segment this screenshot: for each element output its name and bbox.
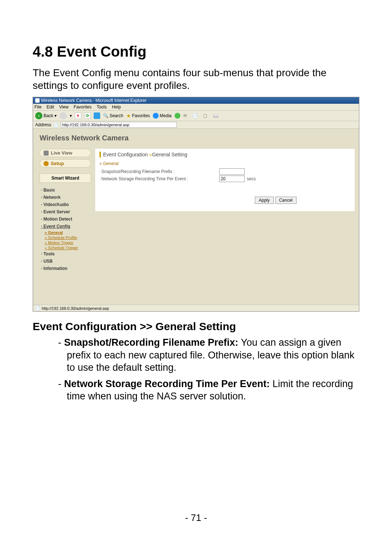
sidebar-setup[interactable]: Setup bbox=[40, 159, 91, 168]
screenshot-window: Wireless Network Camera - Microsoft Inte… bbox=[33, 97, 359, 312]
camera-icon bbox=[44, 151, 49, 156]
stop-button[interactable]: × bbox=[75, 112, 81, 119]
menu-tools[interactable]: Tools bbox=[97, 104, 107, 110]
section-label: General bbox=[99, 161, 347, 166]
row-filename-prefix: Snapshot/Recording Filename Prefix : bbox=[99, 168, 347, 175]
apply-button[interactable]: Apply bbox=[255, 197, 274, 204]
recording-time-input[interactable] bbox=[219, 176, 245, 182]
back-icon: ‹ bbox=[35, 112, 42, 119]
smart-wizard-button[interactable]: Smart Wizard bbox=[40, 173, 91, 183]
crumb-sep: » bbox=[149, 152, 152, 157]
menu-file[interactable]: File bbox=[34, 104, 41, 110]
menu-favorites[interactable]: Favorites bbox=[74, 104, 91, 110]
home-button[interactable] bbox=[94, 112, 100, 119]
media-button[interactable]: Media bbox=[153, 113, 172, 119]
camera-page: Wireless Network Camera Live View Setup … bbox=[33, 129, 359, 305]
window-title: Wireless Network Camera - Microsoft Inte… bbox=[41, 98, 147, 103]
subnav-general[interactable]: General bbox=[40, 230, 91, 235]
gear-icon bbox=[44, 161, 49, 166]
ie-icon bbox=[35, 98, 40, 103]
cancel-button[interactable]: Cancel bbox=[275, 197, 297, 204]
media-icon bbox=[153, 113, 159, 119]
section-title: 4.8 Event Config bbox=[33, 44, 359, 60]
breadcrumb: Event Configuration »General Setting bbox=[99, 152, 347, 157]
search-label: Search bbox=[110, 113, 123, 118]
history-icon[interactable] bbox=[175, 113, 180, 119]
subnav-motion-trigger[interactable]: Motion Trigger bbox=[40, 240, 91, 245]
page-number: - 71 - bbox=[0, 512, 392, 523]
bullet-2: Network Storage Recording Time Per Event… bbox=[58, 378, 359, 403]
crumb-parent: Event Configuration bbox=[103, 152, 149, 157]
camera-title: Wireless Network Camera bbox=[33, 129, 359, 149]
content-panel: Event Configuration »General Setting Gen… bbox=[95, 149, 355, 211]
forward-button[interactable] bbox=[60, 112, 67, 119]
filename-prefix-label: Snapshot/Recording Filename Prefix : bbox=[99, 169, 219, 174]
bullet-2-bold: Network Storage Recording Time Per Event… bbox=[64, 378, 270, 389]
window-titlebar: Wireless Network Camera - Microsoft Inte… bbox=[33, 97, 359, 104]
nav-event-server[interactable]: Event Server bbox=[40, 208, 91, 215]
recording-time-unit: secs bbox=[247, 176, 256, 181]
recording-time-label: Network Storage Recording Time Per Event… bbox=[99, 176, 219, 181]
bullet-list: Snapshot/Recording Filename Prefix: You … bbox=[33, 336, 359, 403]
live-view-label: Live View bbox=[51, 150, 72, 156]
menubar: File Edit View Favorites Tools Help bbox=[33, 104, 359, 111]
address-label: Address bbox=[35, 122, 51, 127]
menu-edit[interactable]: Edit bbox=[46, 104, 54, 110]
bullet-1-bold: Snapshot/Recording Filename Prefix: bbox=[64, 337, 238, 348]
search-button[interactable]: 🔍 Search bbox=[103, 113, 123, 118]
toolbar: ‹ Back ▾ ▾ × ⟳ 🔍 Search ★Favorites Media… bbox=[33, 111, 359, 121]
favorites-button[interactable]: ★Favorites bbox=[126, 113, 150, 119]
crumb-current: General Setting bbox=[152, 152, 187, 157]
button-row: Apply Cancel bbox=[99, 197, 347, 204]
media-label: Media bbox=[160, 113, 172, 118]
favorites-label: Favorites bbox=[132, 113, 150, 118]
nav-usb[interactable]: USB bbox=[40, 258, 91, 265]
back-label: Back bbox=[44, 113, 53, 118]
nav-motion-detect[interactable]: Motion Detect bbox=[40, 215, 91, 223]
intro-paragraph: The Event Config menu contains four sub-… bbox=[33, 66, 359, 92]
star-icon: ★ bbox=[126, 113, 131, 119]
toolbar-extra-icons: ✉ 📄 ▢ 📖 bbox=[183, 113, 221, 118]
address-bar: Address 📄 bbox=[33, 121, 359, 129]
back-button[interactable]: ‹ Back ▾ bbox=[35, 112, 57, 119]
refresh-button[interactable]: ⟳ bbox=[84, 112, 91, 119]
menu-help[interactable]: Help bbox=[112, 104, 121, 110]
nav-tools[interactable]: Tools bbox=[40, 250, 91, 258]
subnav-schedule-profile[interactable]: Schedule Profile bbox=[40, 235, 91, 240]
address-input[interactable] bbox=[61, 122, 177, 128]
nav-information[interactable]: Information bbox=[40, 265, 91, 272]
row-recording-time: Network Storage Recording Time Per Event… bbox=[99, 176, 347, 182]
nav-basic[interactable]: Basic bbox=[40, 186, 91, 194]
bullet-1: Snapshot/Recording Filename Prefix: You … bbox=[58, 336, 359, 374]
statusbar-text: http://192.168.0.30/admin/general.asp bbox=[42, 306, 109, 311]
page-icon: 📄 bbox=[53, 123, 58, 127]
setup-label: Setup bbox=[51, 161, 64, 166]
nav-network[interactable]: Network bbox=[40, 194, 91, 201]
menu-view[interactable]: View bbox=[59, 104, 69, 110]
subsection-title: Event Configuration >> General Setting bbox=[33, 320, 359, 333]
statusbar: 📄 http://192.168.0.30/admin/general.asp bbox=[33, 305, 359, 311]
statusbar-page-icon: 📄 bbox=[35, 306, 40, 311]
nav-video-audio[interactable]: Video/Audio bbox=[40, 201, 91, 208]
filename-prefix-input[interactable] bbox=[219, 168, 245, 175]
sidebar-live-view[interactable]: Live View bbox=[40, 149, 91, 157]
sidebar: Live View Setup Smart Wizard Basic Netwo… bbox=[33, 149, 95, 272]
subnav-schedule-trigger[interactable]: Schedule Trigger bbox=[40, 245, 91, 250]
nav-event-config[interactable]: Event Config bbox=[40, 223, 91, 230]
